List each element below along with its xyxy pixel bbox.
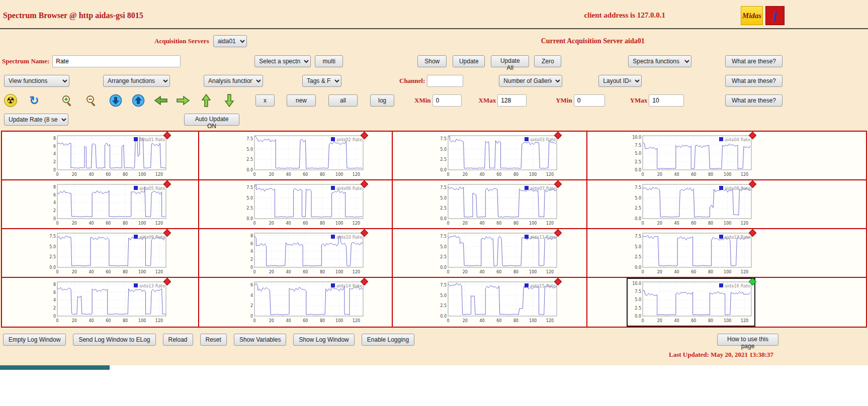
spectrum-panel-7[interactable]: 0204060801001200.02.55.07.5aida07 Rate xyxy=(433,181,560,228)
pan-up-icon[interactable] xyxy=(199,93,213,108)
spectrum-chart-3[interactable]: 0204060801001200.02.55.07.5aida03 Rate xyxy=(433,133,560,179)
spectrum-chart-12[interactable]: 0204060801001200.02.55.07.5aida12 Rate xyxy=(628,230,754,277)
spectrum-panel-15[interactable]: 0204060801001200.02.55.07.5aida15 Rate xyxy=(433,279,560,326)
scroll-down-icon[interactable] xyxy=(109,93,123,108)
what-are-these-button-2[interactable]: What are these? xyxy=(725,75,783,87)
spectrum-panel-12[interactable]: 0204060801001200.02.55.07.5aida12 Rate xyxy=(628,230,754,277)
spectrum-panel-14[interactable]: 0204060801001200246aida14 Rate xyxy=(239,279,366,326)
svg-text:100: 100 xyxy=(138,221,146,226)
spectrum-panel-3[interactable]: 0204060801001200.02.55.07.5aida03 Rate xyxy=(433,133,560,179)
svg-text:0: 0 xyxy=(56,221,58,226)
spectrum-chart-16[interactable]: 0204060801001200.02.55.07.510.0aida16 Ra… xyxy=(628,279,754,326)
svg-text:5.0: 5.0 xyxy=(635,245,641,249)
spectrum-name-input[interactable] xyxy=(52,55,181,67)
tags-fits-dropdown[interactable]: Tags & Fits xyxy=(302,75,341,87)
analysis-functions-dropdown[interactable]: Analysis functions xyxy=(204,75,263,87)
spectrum-panel-8[interactable]: 0204060801001200.02.55.07.5aida08 Rate xyxy=(628,181,754,228)
xmin-label: XMin xyxy=(414,96,431,105)
spectrum-panel-11[interactable]: 0204060801001200.02.55.07.5aida11 Rate xyxy=(433,230,560,277)
spectrum-panel-16[interactable]: 0204060801001200.02.55.07.510.0aida16 Ra… xyxy=(628,279,754,326)
channel-input[interactable] xyxy=(427,75,463,87)
svg-text:0.0: 0.0 xyxy=(635,314,641,319)
spectrum-panel-6[interactable]: 0204060801001200.02.55.07.5aida06 Rate xyxy=(239,181,366,228)
scroll-up-icon[interactable] xyxy=(131,93,145,108)
svg-text:5.0: 5.0 xyxy=(635,297,641,302)
svg-text:0: 0 xyxy=(253,319,255,323)
spectrum-chart-13[interactable]: 02040608010012002468aida13 Rate xyxy=(42,279,169,326)
spectrum-panel-5[interactable]: 02040608010012002468aida05 Rate xyxy=(42,181,169,228)
spectrum-chart-1[interactable]: 02040608010012002468aida01 Rate xyxy=(42,133,169,179)
spectrum-chart-7[interactable]: 0204060801001200.02.55.07.5aida07 Rate xyxy=(433,181,560,228)
svg-text:120: 120 xyxy=(353,221,360,226)
svg-text:20: 20 xyxy=(269,172,274,177)
svg-text:100: 100 xyxy=(529,319,537,323)
svg-text:5.0: 5.0 xyxy=(635,151,641,156)
svg-text:0.0: 0.0 xyxy=(440,217,447,221)
svg-text:60: 60 xyxy=(496,172,501,177)
spectrum-chart-6[interactable]: 0204060801001200.02.55.07.5aida06 Rate xyxy=(239,181,366,228)
xmin-input[interactable] xyxy=(432,94,462,107)
pan-left-icon[interactable] xyxy=(154,93,168,108)
what-are-these-button-3[interactable]: What are these? xyxy=(725,94,783,107)
how-to-use-button[interactable]: How to use this page xyxy=(717,334,778,346)
zero-button[interactable]: Zero xyxy=(534,55,561,67)
spectrum-panel-9[interactable]: 0204060801001200.02.55.07.5aida09 Rate xyxy=(42,230,169,277)
xmax-input[interactable] xyxy=(497,94,527,107)
spectrum-chart-11[interactable]: 0204060801001200.02.55.07.5aida11 Rate xyxy=(433,230,560,277)
svg-text:0: 0 xyxy=(641,270,644,274)
spectrum-chart-14[interactable]: 0204060801001200246aida14 Rate xyxy=(239,279,366,326)
update-all-button[interactable]: Update All xyxy=(491,55,529,67)
radiation-icon[interactable]: ☢ xyxy=(4,94,17,107)
last-updated-text: Last Updated: May 20, 2021 13:38:37 xyxy=(0,351,773,359)
svg-text:0: 0 xyxy=(56,270,58,274)
svg-text:2: 2 xyxy=(53,160,56,164)
layout-id-dropdown[interactable]: Layout ID=1 xyxy=(598,75,642,87)
what-are-these-button-1[interactable]: What are these? xyxy=(725,55,783,67)
acquisition-server-select[interactable]: aida01 xyxy=(213,35,247,47)
spectrum-chart-5[interactable]: 02040608010012002468aida05 Rate xyxy=(42,181,169,228)
refresh-icon[interactable]: ↻ xyxy=(27,93,41,108)
empty-log-window-button[interactable]: Empty Log Window xyxy=(3,334,66,346)
pan-down-icon[interactable] xyxy=(222,93,236,108)
svg-text:0: 0 xyxy=(56,319,58,323)
multi-button[interactable]: multi xyxy=(315,55,343,67)
update-rate-dropdown[interactable]: Update Rate (8 secs) xyxy=(4,114,68,126)
reset-button[interactable]: Reset xyxy=(200,334,227,346)
number-of-galleries-dropdown[interactable]: Number of Galleries xyxy=(499,75,562,87)
enable-logging-button[interactable]: Enable Logging xyxy=(362,334,414,346)
svg-text:5.0: 5.0 xyxy=(635,196,641,200)
select-spectrum-dropdown[interactable]: Select a spectrum xyxy=(254,55,311,67)
log-button[interactable]: log xyxy=(370,94,394,107)
x-button[interactable]: x xyxy=(255,94,275,107)
spectrum-chart-9[interactable]: 0204060801001200.02.55.07.5aida09 Rate xyxy=(42,230,169,277)
pan-right-icon[interactable] xyxy=(176,93,190,108)
spectrum-chart-2[interactable]: 0204060801001200.02.55.07.5aida02 Rate xyxy=(239,133,366,179)
reload-button[interactable]: Reload xyxy=(163,334,193,346)
zoom-in-icon[interactable] xyxy=(60,93,74,108)
spectrum-chart-10[interactable]: 02040608010012002468aida10 Rate xyxy=(239,230,366,277)
spectrum-panel-4[interactable]: 0204060801001200.02.55.07.510.0aida04 Ra… xyxy=(628,133,754,179)
spectrum-chart-8[interactable]: 0204060801001200.02.55.07.5aida08 Rate xyxy=(628,181,754,228)
ymax-input[interactable] xyxy=(649,94,684,107)
show-button[interactable]: Show xyxy=(417,55,447,67)
spectrum-panel-1[interactable]: 02040608010012002468aida01 Rate xyxy=(42,133,169,179)
view-functions-dropdown[interactable]: View functions xyxy=(4,75,69,87)
svg-text:aida10 Rate: aida10 Rate xyxy=(336,235,362,240)
auto-update-button[interactable]: Auto Update ON xyxy=(184,114,239,126)
spectrum-chart-15[interactable]: 0204060801001200.02.55.07.5aida15 Rate xyxy=(433,279,560,326)
arrange-functions-dropdown[interactable]: Arrange functions xyxy=(103,75,170,87)
all-button[interactable]: all xyxy=(328,94,358,107)
spectra-functions-dropdown[interactable]: Spectra functions xyxy=(628,55,691,67)
show-log-window-button[interactable]: Show Log Window xyxy=(293,334,354,346)
send-log-window-to-elog-button[interactable]: Send Log Window to ELog xyxy=(73,334,155,346)
zoom-out-icon[interactable] xyxy=(84,93,99,108)
svg-text:80: 80 xyxy=(320,319,325,323)
spectrum-panel-13[interactable]: 02040608010012002468aida13 Rate xyxy=(42,279,169,326)
spectrum-panel-10[interactable]: 02040608010012002468aida10 Rate xyxy=(239,230,366,277)
update-button[interactable]: Update xyxy=(453,55,485,67)
new-button[interactable]: new xyxy=(287,94,316,107)
spectrum-panel-2[interactable]: 0204060801001200.02.55.07.5aida02 Rate xyxy=(239,133,366,179)
spectrum-chart-4[interactable]: 0204060801001200.02.55.07.510.0aida04 Ra… xyxy=(628,133,754,179)
show-variables-button[interactable]: Show Variables xyxy=(234,334,287,346)
ymin-input[interactable] xyxy=(574,94,605,107)
